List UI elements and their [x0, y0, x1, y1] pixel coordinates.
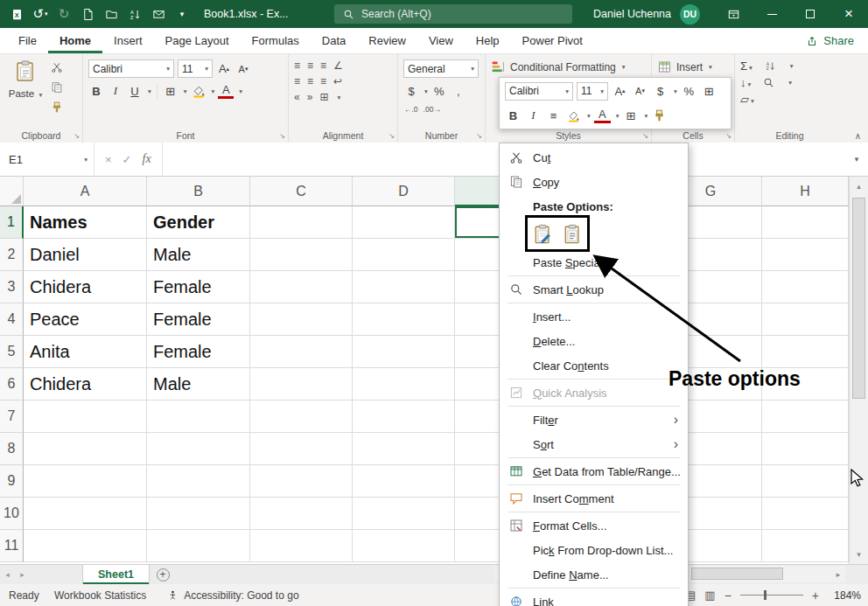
ribbon-tab-page-layout[interactable]: Page Layout [154, 28, 241, 53]
mini-center-align-button[interactable]: ≡ [545, 107, 562, 125]
font-dialog-launcher[interactable]: ↘ [279, 132, 285, 140]
next-sheet-icon[interactable]: ▸ [15, 565, 30, 584]
cells-dialog-launcher[interactable]: ↘ [725, 132, 732, 140]
cell-A6[interactable]: Chidera [24, 368, 147, 401]
row-header-9[interactable]: 9 [0, 465, 24, 498]
mini-font-name-select[interactable]: Calibri▾ [505, 82, 573, 101]
ribbon-tab-help[interactable]: Help [465, 28, 511, 53]
row-header-8[interactable]: 8 [0, 433, 24, 465]
page-break-view-button[interactable]: ▥ [704, 589, 715, 602]
row-header-2[interactable]: 2 [0, 239, 24, 271]
cell-B10[interactable] [147, 498, 250, 530]
fill-color-button[interactable] [191, 82, 206, 100]
menu-item-get-data-from-table-range[interactable]: Get Data from Table/Range... [500, 459, 688, 484]
clipboard-dialog-launcher[interactable]: ↘ [74, 132, 80, 140]
row-header-1[interactable]: 1 [0, 206, 24, 239]
cell-A4[interactable]: Peace [24, 303, 147, 336]
cell-A9[interactable] [24, 465, 147, 498]
cell-D10[interactable] [353, 498, 455, 530]
zoom-in-button[interactable]: + [812, 589, 819, 603]
cell-D1[interactable] [353, 206, 455, 239]
row-header-11[interactable]: 11 [0, 530, 24, 562]
styles-dialog-launcher[interactable]: ↘ [642, 132, 648, 140]
select-all-button[interactable] [0, 177, 24, 206]
bold-button[interactable]: B [88, 82, 104, 100]
autosum-button[interactable]: Σ▾ [740, 59, 752, 73]
vertical-scrollbar[interactable]: ▴ ▾ [849, 177, 868, 564]
search-box[interactable]: Search (Alt+Q) [334, 4, 572, 24]
align-bottom-icon[interactable]: ≡ [320, 59, 326, 72]
menu-item-filter[interactable]: Filter› [500, 407, 688, 432]
mini-fill-color-button[interactable] [565, 107, 582, 125]
cell-C8[interactable] [250, 433, 353, 465]
new-file-button[interactable] [80, 6, 95, 22]
row-header-10[interactable]: 10 [0, 498, 24, 530]
cell-B2[interactable]: Male [147, 239, 250, 271]
menu-item-define-name[interactable]: Define Name... [500, 562, 688, 587]
menu-item-cut[interactable]: Cut [500, 145, 688, 170]
cell-D3[interactable] [353, 271, 455, 303]
align-middle-icon[interactable]: ≡ [307, 59, 313, 72]
format-painter-icon[interactable] [51, 101, 77, 117]
increase-indent-icon[interactable]: » [307, 91, 313, 103]
merge-center-icon[interactable]: ⊞ [319, 91, 328, 103]
increase-decimal-icon[interactable]: ←.0 [403, 104, 419, 115]
font-size-select[interactable]: 11▾ [178, 59, 213, 78]
zoom-level[interactable]: 184% [828, 589, 861, 602]
mini-font-color-button[interactable]: A [594, 108, 611, 123]
paste-button[interactable]: Paste ▾ [5, 59, 46, 99]
row-header-3[interactable]: 3 [0, 271, 24, 303]
cell-B8[interactable] [147, 433, 250, 465]
insert-function-icon[interactable]: fx [143, 152, 151, 166]
cell-B3[interactable]: Female [147, 271, 250, 303]
cell-D2[interactable] [353, 239, 455, 271]
clear-button[interactable]: ▱▾ [740, 93, 754, 106]
name-box[interactable]: E1▾ [0, 143, 94, 176]
mini-merge-button[interactable]: ⊞ [701, 82, 718, 101]
cell-C9[interactable] [250, 465, 353, 498]
horizontal-scroll-thumb[interactable] [691, 568, 783, 580]
menu-item-smart-lookup[interactable]: Smart Lookup [500, 277, 688, 302]
sheet-tab-sheet1[interactable]: Sheet1 [82, 565, 150, 584]
cell-B4[interactable]: Female [147, 303, 250, 336]
mini-decrease-font-button[interactable]: A▾ [632, 82, 648, 101]
new-sheet-button[interactable]: + [150, 565, 176, 584]
cell-C7[interactable] [250, 401, 353, 433]
cell-H9[interactable] [762, 465, 849, 498]
cell-D6[interactable] [353, 368, 455, 401]
decrease-font-size-button[interactable]: A▾ [235, 60, 251, 78]
number-format-select[interactable]: General▾ [403, 59, 479, 78]
ribbon-tab-view[interactable]: View [417, 28, 465, 53]
maximize-button[interactable] [791, 0, 830, 28]
scroll-up-icon[interactable]: ▴ [850, 178, 868, 194]
menu-item-link[interactable]: Link [500, 589, 688, 606]
sort-filter-button[interactable]: AZ [765, 60, 776, 72]
cell-B5[interactable]: Female [147, 336, 250, 368]
accounting-format-button[interactable]: $ [403, 82, 419, 100]
cancel-icon[interactable]: × [105, 153, 112, 166]
scroll-down-icon[interactable]: ▾ [850, 547, 868, 562]
column-header-a[interactable]: A [24, 177, 147, 206]
menu-item-sort[interactable]: Sort› [500, 432, 688, 456]
cell-B6[interactable]: Male [147, 368, 250, 401]
copy-icon[interactable] [51, 81, 77, 97]
accessibility-status[interactable]: Accessibility: Good to go [167, 589, 298, 602]
cell-B9[interactable] [147, 465, 250, 498]
collapse-ribbon-button[interactable]: ∧ [855, 131, 861, 141]
align-right-icon[interactable]: ≡ [320, 75, 326, 87]
menu-item-paste-special[interactable]: Paste Special... [500, 250, 688, 275]
zoom-slider[interactable] [740, 595, 803, 596]
cell-D11[interactable] [353, 530, 455, 562]
menu-item-pick-from-drop-down-list[interactable]: Pick From Drop-down List... [500, 538, 688, 562]
mini-borders-button[interactable]: ⊞ [623, 107, 640, 125]
borders-button[interactable]: ⊞ [163, 82, 178, 100]
cell-A7[interactable] [24, 401, 147, 433]
mini-font-size-select[interactable]: 11▾ [577, 82, 608, 101]
cell-D4[interactable] [353, 303, 455, 336]
open-file-button[interactable] [103, 6, 119, 22]
cell-C4[interactable] [250, 303, 353, 336]
cell-A3[interactable]: Chidera [24, 271, 147, 303]
mini-italic-button[interactable]: I [525, 107, 542, 125]
cell-B7[interactable] [147, 401, 250, 433]
ribbon-tab-power-pivot[interactable]: Power Pivot [511, 28, 594, 53]
